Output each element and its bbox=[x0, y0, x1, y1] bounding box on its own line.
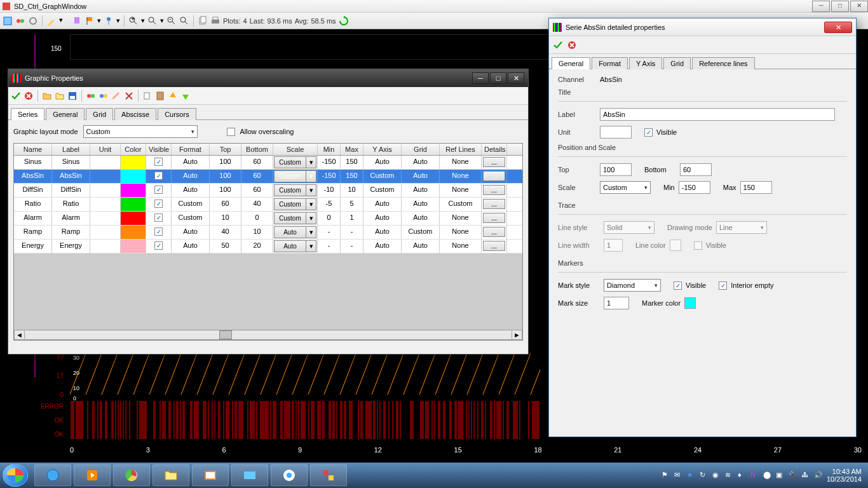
scale-dropdown[interactable]: Auto▾ bbox=[274, 226, 316, 238]
scroll-right-button[interactable]: ► bbox=[512, 331, 522, 339]
flag-icon[interactable] bbox=[85, 16, 95, 26]
scale-dropdown[interactable]: Auto▾ bbox=[274, 240, 316, 252]
column-header[interactable]: Y Axis bbox=[363, 144, 402, 155]
scale-dropdown[interactable]: Custom▾ bbox=[274, 184, 316, 196]
scale-dropdown[interactable]: Custom▾ bbox=[274, 212, 316, 224]
start-button[interactable] bbox=[3, 464, 28, 487]
tab-general[interactable]: General bbox=[46, 108, 85, 120]
brush-icon[interactable] bbox=[46, 16, 57, 26]
details-button[interactable]: ... bbox=[483, 227, 505, 237]
tab-y-axis[interactable]: Y Axis bbox=[629, 57, 662, 69]
close-button[interactable]: ✕ bbox=[850, 1, 868, 12]
scale-dropdown[interactable]: Custom▾ bbox=[274, 156, 316, 168]
table-row[interactable]: RampRamp✓Auto4010Auto▾--AutoCustomNone..… bbox=[14, 226, 522, 240]
spectrum-icon[interactable] bbox=[15, 16, 25, 26]
tray-wifi-icon[interactable]: ≋ bbox=[725, 471, 734, 480]
task-chrome[interactable] bbox=[113, 464, 150, 486]
label-input[interactable] bbox=[600, 108, 835, 121]
tool-icon[interactable] bbox=[3, 16, 13, 26]
zoom-out-icon[interactable]: - bbox=[166, 16, 177, 26]
tray-vpn-icon[interactable]: ♦ bbox=[738, 471, 747, 480]
color-swatch[interactable] bbox=[121, 198, 146, 211]
column-header[interactable]: Color bbox=[121, 144, 146, 155]
zoom-fit-icon[interactable] bbox=[147, 16, 158, 26]
tray-bluetooth-icon[interactable]: ∗ bbox=[687, 471, 696, 480]
open-icon[interactable] bbox=[42, 91, 52, 101]
minimize-button[interactable]: ─ bbox=[472, 72, 489, 84]
folder-icon[interactable] bbox=[55, 91, 65, 101]
main-titlebar[interactable]: SD_Ctrl_GraphWindow ─ □ ✕ bbox=[0, 0, 868, 13]
horizontal-scrollbar[interactable]: ◄ ► bbox=[14, 330, 522, 340]
marksize-input[interactable] bbox=[604, 297, 629, 309]
check-icon[interactable] bbox=[553, 40, 563, 50]
cancel-icon[interactable] bbox=[24, 91, 34, 101]
table-row[interactable]: SinusSinus✓Auto10060Custom▾-150150AutoAu… bbox=[14, 156, 522, 170]
graphic-properties-dialog[interactable]: Graphic Properties ─ □ ✕ SeriesGeneralGr… bbox=[8, 69, 529, 355]
color-swatch[interactable] bbox=[121, 170, 146, 183]
tray-shield-icon[interactable]: ⬤ bbox=[763, 471, 772, 480]
task-media[interactable] bbox=[74, 464, 111, 486]
column-header[interactable]: Format bbox=[172, 144, 210, 155]
tab-cursors[interactable]: Cursors bbox=[158, 108, 196, 120]
check-icon[interactable] bbox=[11, 91, 21, 101]
markcolor-swatch[interactable] bbox=[684, 297, 696, 309]
unit-input[interactable] bbox=[600, 126, 632, 139]
task-app1[interactable] bbox=[231, 464, 268, 486]
zoom-reset-icon[interactable] bbox=[179, 16, 189, 26]
tray-app-icon[interactable]: ▣ bbox=[776, 471, 785, 480]
trace-visible-checkbox[interactable] bbox=[694, 241, 702, 250]
table-row[interactable]: EnergyEnergy✓Auto5020Auto▾--AutoAutoNone… bbox=[14, 240, 522, 254]
overscale-checkbox[interactable] bbox=[227, 128, 235, 136]
delete-icon[interactable] bbox=[124, 91, 134, 101]
visible-checkbox[interactable]: ✓ bbox=[154, 158, 163, 166]
visible-checkbox[interactable]: ✓ bbox=[154, 186, 163, 194]
column-header[interactable]: Unit bbox=[90, 144, 121, 155]
scale-dropdown[interactable]: Custom▾ bbox=[274, 198, 316, 210]
refresh-icon[interactable] bbox=[339, 16, 349, 26]
column-header[interactable]: Top bbox=[210, 144, 241, 155]
max-input[interactable] bbox=[740, 181, 772, 194]
tab-abscisse[interactable]: Abscisse bbox=[114, 108, 156, 120]
interior-checkbox[interactable]: ✓ bbox=[719, 281, 727, 290]
column-header[interactable]: Label bbox=[52, 144, 90, 155]
close-button[interactable]: ✕ bbox=[508, 72, 524, 84]
close-button[interactable]: ✕ bbox=[824, 22, 852, 33]
column-header[interactable]: Name bbox=[14, 144, 52, 155]
table-row[interactable]: AlarmAlarm✓Custom100Custom▾01AutoAutoNon… bbox=[14, 212, 522, 226]
tab-grid[interactable]: Grid bbox=[86, 108, 113, 120]
color-swatch[interactable] bbox=[121, 184, 146, 197]
details-button[interactable]: ... bbox=[483, 213, 505, 223]
table-row[interactable]: AbsSinAbsSin✓Auto10060Custom▾-150150Cust… bbox=[14, 170, 522, 184]
copy-icon[interactable] bbox=[142, 91, 153, 101]
settings-icon[interactable] bbox=[28, 16, 38, 26]
taskbar[interactable]: ⚑ ✉ ∗ ↻ ◉ ≋ ♦ N ⬤ ▣ 🔌 🖧 🔊 10:43 AM 10/23… bbox=[0, 463, 868, 488]
tray-flag-icon[interactable]: ⚑ bbox=[661, 471, 670, 480]
tray-net-icon[interactable]: ◉ bbox=[712, 471, 721, 480]
tab-reference-lines[interactable]: Reference lines bbox=[692, 57, 754, 69]
scroll-thumb[interactable] bbox=[219, 330, 232, 339]
refspectrum-icon[interactable] bbox=[98, 91, 109, 101]
tab-series[interactable]: Series bbox=[11, 108, 44, 120]
tray-net2-icon[interactable]: 🖧 bbox=[801, 471, 810, 480]
details-button[interactable]: ... bbox=[483, 171, 505, 181]
edit-icon[interactable] bbox=[111, 91, 121, 101]
picker-icon[interactable]: ▾ bbox=[59, 16, 69, 26]
min-input[interactable] bbox=[679, 181, 710, 194]
save-icon[interactable] bbox=[67, 91, 78, 101]
details-button[interactable]: ... bbox=[483, 157, 505, 167]
clock[interactable]: 10:43 AM 10/23/2014 bbox=[827, 468, 862, 483]
maximize-button[interactable]: □ bbox=[490, 72, 506, 84]
marker-icon[interactable] bbox=[72, 16, 82, 26]
task-chrome2[interactable] bbox=[271, 464, 308, 486]
scroll-left-button[interactable]: ◄ bbox=[15, 331, 25, 339]
tray-note-icon[interactable]: N bbox=[750, 471, 759, 480]
tab-format[interactable]: Format bbox=[592, 57, 628, 69]
mark-visible-checkbox[interactable]: ✓ bbox=[674, 281, 682, 290]
serie-properties-dialog[interactable]: Serie AbsSin detailed properties ✕ Gener… bbox=[548, 18, 857, 437]
details-button[interactable]: ... bbox=[483, 241, 505, 251]
down-arrow-icon[interactable] bbox=[180, 91, 191, 101]
color-swatch[interactable] bbox=[121, 212, 146, 225]
cancel-icon[interactable] bbox=[567, 40, 577, 50]
scale-dropdown[interactable]: Custom▾ bbox=[274, 170, 316, 182]
color-swatch[interactable] bbox=[121, 226, 146, 239]
